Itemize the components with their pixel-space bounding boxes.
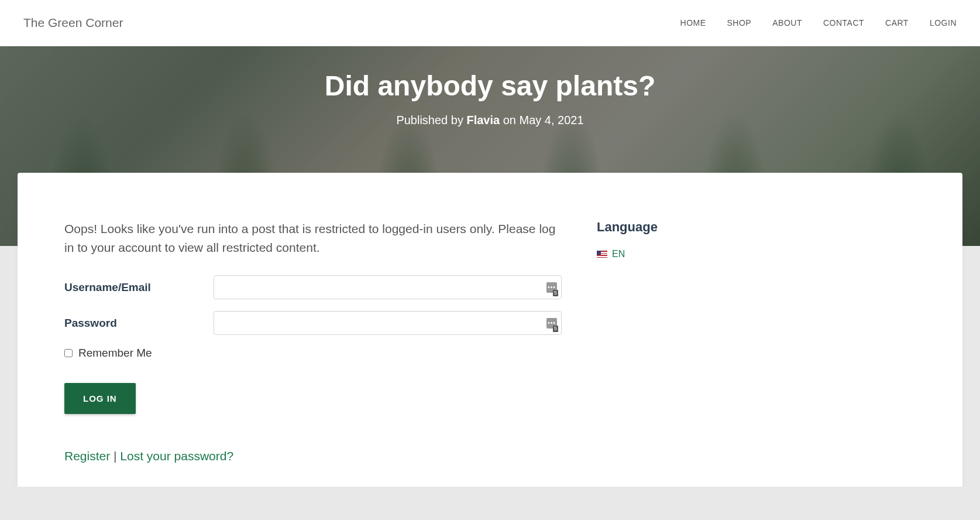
nav-home[interactable]: HOME [680, 18, 706, 28]
nav-contact[interactable]: CONTACT [823, 18, 864, 28]
username-row: Username/Email ••• 5 [64, 275, 562, 299]
password-row: Password ••• 5 [64, 311, 562, 335]
nav-about[interactable]: ABOUT [772, 18, 802, 28]
navbar: The Green Corner HOME SHOP ABOUT CONTACT… [0, 0, 980, 46]
username-input-wrapper: ••• 5 [214, 275, 562, 299]
us-flag-icon [597, 251, 607, 258]
remember-checkbox[interactable] [64, 349, 73, 357]
remember-label[interactable]: Remember Me [78, 347, 152, 360]
language-en[interactable]: EN [597, 249, 772, 259]
username-input[interactable] [214, 275, 562, 299]
brand-title[interactable]: The Green Corner [23, 16, 123, 30]
auth-links: Register | Lost your password? [64, 449, 562, 463]
sidebar: Language EN [597, 220, 772, 463]
password-manager-icon[interactable]: ••• 5 [546, 282, 557, 293]
published-date: on May 4, 2021 [500, 114, 583, 126]
hero-content: Did anybody say plants? Published by Fla… [0, 46, 980, 127]
password-input-wrapper: ••• 5 [214, 311, 562, 335]
main-content: Oops! Looks like you've run into a post … [64, 220, 562, 463]
language-label: EN [612, 249, 625, 259]
language-heading: Language [597, 220, 772, 235]
password-input[interactable] [214, 311, 562, 335]
restricted-message: Oops! Looks like you've run into a post … [64, 220, 562, 256]
content-card: Oops! Looks like you've run into a post … [18, 173, 962, 487]
author-link[interactable]: Flavia [466, 114, 500, 126]
nav-cart[interactable]: CART [885, 18, 909, 28]
auth-separator: | [110, 449, 120, 463]
remember-row: Remember Me [64, 347, 562, 360]
password-manager-icon[interactable]: ••• 5 [546, 318, 557, 329]
published-prefix: Published by [396, 114, 466, 126]
nav-login[interactable]: LOGIN [930, 18, 957, 28]
page-title: Did anybody say plants? [0, 70, 980, 102]
login-button[interactable]: LOG IN [64, 383, 136, 414]
post-meta: Published by Flavia on May 4, 2021 [0, 114, 980, 127]
nav-links: HOME SHOP ABOUT CONTACT CART LOGIN [680, 18, 957, 28]
username-label: Username/Email [64, 281, 214, 294]
password-label: Password [64, 317, 214, 330]
lost-password-link[interactable]: Lost your password? [120, 449, 233, 463]
nav-shop[interactable]: SHOP [727, 18, 752, 28]
register-link[interactable]: Register [64, 449, 110, 463]
